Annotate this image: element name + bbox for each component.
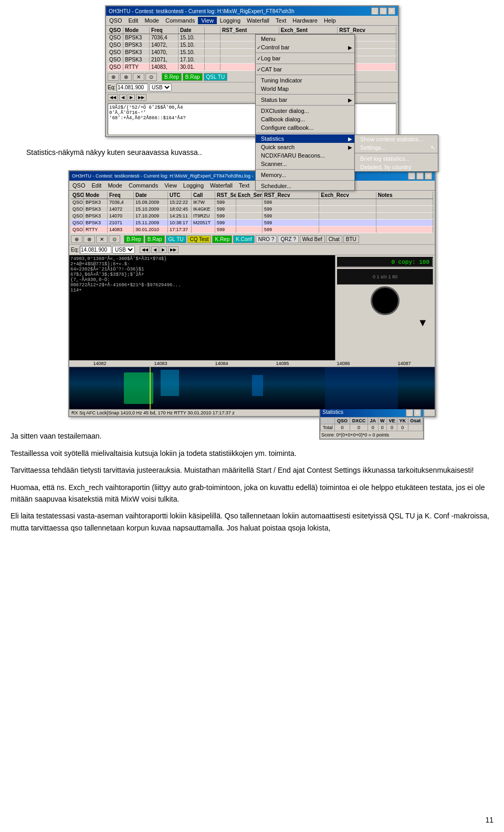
app2-brep[interactable]: B.Rep	[124, 235, 144, 243]
app2-title: OH3HTU - Contest: testikontesti - Curren…	[72, 173, 267, 179]
app2-chat[interactable]: Chat	[326, 235, 342, 243]
menu-item-tuning-indicator[interactable]: Tuning Indicator	[256, 76, 354, 85]
view-menu: Menu ✓ Control bar ▶ ✓ Log bar ✓ CAT bar	[255, 34, 355, 191]
app2-menu-waterfall[interactable]: Waterfall	[207, 182, 236, 189]
app2-right-panel: 0 copy: 100 0 1 s/n 1 80 ▼	[335, 255, 435, 360]
menu-item-statusbar[interactable]: Status bar ▶	[256, 96, 354, 104]
icon-btn-1[interactable]: ⊕	[108, 73, 119, 81]
menu-view[interactable]: View	[198, 17, 217, 24]
app2-menu-view[interactable]: View	[161, 182, 180, 189]
menu-item-dxcluster[interactable]: DXCluster dialog...	[256, 107, 354, 115]
menu-item-world-map[interactable]: World Map	[256, 85, 354, 93]
waterfall-display	[69, 367, 435, 409]
app2-gltu[interactable]: GL TU	[166, 235, 186, 243]
app2-icon3[interactable]: ✕	[96, 235, 108, 243]
menu-item-logbar[interactable]: ✓ Log bar	[256, 54, 354, 63]
submenu-detailed[interactable]: Detailed, by country	[355, 163, 438, 171]
app2-btu[interactable]: BTU	[343, 235, 359, 243]
submenu-separator	[355, 153, 438, 153]
app2-menu-mode[interactable]: Mode	[104, 182, 125, 189]
app2-icon1[interactable]: ⊕	[71, 235, 82, 243]
menu-help[interactable]: Help	[321, 17, 339, 24]
app2-log-header: QSO Mode Freq Date UTC Call RST_Sent Exc…	[71, 192, 433, 199]
app2-icon2[interactable]: ⊗	[83, 235, 95, 243]
menu-item-beacons[interactable]: NCDXF/IARU Beacons...	[256, 151, 354, 160]
menu-mode[interactable]: Mode	[141, 17, 162, 24]
menu-qso[interactable]: QSO	[106, 17, 125, 24]
menu-commands[interactable]: Commands	[162, 17, 198, 24]
menu-item-menu[interactable]: Menu	[256, 35, 354, 43]
app2-brap[interactable]: B.Rap	[145, 235, 165, 243]
icon-btn-4[interactable]: ⊙	[145, 73, 157, 81]
wf-freq-3: 14084	[191, 361, 252, 366]
app2-kconf[interactable]: K.Conf	[233, 235, 255, 243]
menu-waterfall[interactable]: Waterfall	[244, 17, 272, 24]
menu-item-scanner[interactable]: Scanner...	[256, 160, 354, 168]
app2-rewind[interactable]: ◀	[151, 246, 159, 253]
app1-titlebar: OH3HTU - Contest: testikontesti - Curren…	[106, 6, 398, 16]
menu-item-controlbar[interactable]: ✓ Control bar ▶	[256, 43, 354, 51]
menu-item-callbook[interactable]: Callbook dialog...	[256, 115, 354, 123]
rewind-start[interactable]: ◀◀	[108, 94, 118, 101]
col-qso: QSO	[108, 27, 123, 34]
app2-minimize[interactable]: _	[408, 172, 415, 180]
submenu-settings[interactable]: Settings... ↖	[355, 143, 438, 152]
app2-maximize[interactable]: □	[416, 172, 424, 180]
menu-text[interactable]: Text	[272, 17, 289, 24]
menu-item-statistics[interactable]: Statistics ▶ Show contest statistics... …	[256, 134, 354, 143]
app2-menu-text[interactable]: Text	[236, 182, 253, 189]
menu-edit[interactable]: Edit	[125, 17, 141, 24]
menu-item-scheduler[interactable]: Scheduler...	[256, 182, 354, 190]
stats-minimize[interactable]: _	[406, 409, 413, 417]
icon-btn-3[interactable]: ✕	[133, 73, 144, 81]
app2-close[interactable]: ×	[425, 172, 432, 180]
col-rst-recv: RST_Recv	[338, 27, 396, 34]
forward-end[interactable]: ▶▶	[136, 94, 146, 101]
app2-menu-qso[interactable]: QSO	[69, 182, 88, 189]
titlebar-buttons: _ □ ×	[371, 7, 395, 15]
menu-item-catbar[interactable]: ✓ CAT bar	[256, 65, 354, 74]
app2-wkdbef[interactable]: Wkd Bef	[300, 235, 325, 243]
app2-cqtest[interactable]: CQ Test	[187, 235, 212, 243]
app2-nro[interactable]: NRO ?	[256, 235, 277, 243]
qsl-tu-button[interactable]: QSL TU	[204, 73, 228, 81]
close-button[interactable]: ×	[388, 7, 395, 15]
stats-titlebar: Statistics _ ×	[320, 409, 423, 417]
eq-input[interactable]	[117, 84, 148, 91]
stats-close[interactable]: ×	[414, 409, 421, 417]
app2-forward[interactable]: ▶	[160, 246, 167, 253]
app2-forward-end[interactable]: ▶▶	[168, 246, 178, 253]
menu-item-quick-search[interactable]: Quick search ▶	[256, 143, 354, 151]
statistics-panel: Statistics _ × QSO DXCC JA W VE YK	[319, 408, 424, 440]
brap-button[interactable]: B.Rap	[183, 73, 203, 81]
menu-item-memory[interactable]: Memory...	[256, 171, 354, 179]
app1-window: OH3HTU - Contest: testikontesti - Curren…	[105, 5, 399, 137]
maximize-button[interactable]: □	[380, 7, 387, 15]
minimize-button[interactable]: _	[371, 7, 379, 15]
icon-btn-2[interactable]: ⊗	[120, 73, 132, 81]
wf-freq-4: 14085	[252, 361, 313, 366]
submenu-brief-log[interactable]: Brief log statistics...	[355, 154, 438, 163]
menu-logging[interactable]: Logging	[217, 17, 244, 24]
mode-select[interactable]: USB	[149, 84, 172, 91]
app2-menu-commands[interactable]: Commands	[125, 182, 161, 189]
app2-rewind-start[interactable]: ◀◀	[140, 246, 150, 253]
app2-main: 74903,0°1360°Å«,-360$Å'$+Å31+$?4$} 2+4@+…	[69, 255, 435, 360]
app2-qrz[interactable]: QRZ ?	[278, 235, 298, 243]
table-row: QSO RTTY 14083 30.01.2010 17:17:37 599 5…	[71, 226, 433, 233]
waterfall-freq-labels: 14082 14083 14084 14085 14086 14087	[69, 360, 435, 367]
rewind[interactable]: ◀	[119, 94, 127, 101]
app2-eq-input[interactable]	[80, 246, 111, 254]
text-line: 114+	[70, 288, 334, 293]
app2-krep[interactable]: K.Rep	[212, 235, 232, 243]
cursor-in-menu: ↖	[430, 144, 435, 151]
app2-icon4[interactable]: ⊙	[109, 235, 120, 243]
brep-button[interactable]: B.Rep	[162, 73, 182, 81]
menu-hardware[interactable]: Hardware	[289, 17, 321, 24]
app2-menu-logging[interactable]: Logging	[180, 182, 207, 189]
app2-menu-edit[interactable]: Edit	[88, 182, 104, 189]
submenu-show-contest[interactable]: Show contest statistics...	[355, 135, 438, 143]
app2-mode-select[interactable]: USB	[112, 246, 135, 254]
forward[interactable]: ▶	[128, 94, 135, 101]
menu-item-configure-callbook[interactable]: Configure callbook...	[256, 123, 354, 132]
